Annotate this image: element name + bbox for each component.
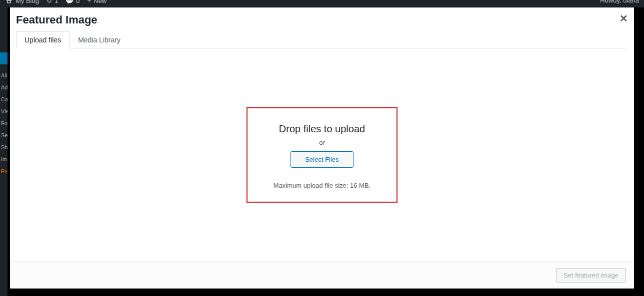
site-title-text: My Blog <box>16 0 39 4</box>
tab-upload-files[interactable]: Upload files <box>16 31 70 48</box>
max-upload-size-text: Maximum upload file size: 16 MB. <box>272 182 372 189</box>
modal-header: Featured Image ✕ Upload files Media Libr… <box>10 7 634 48</box>
set-featured-image-button[interactable]: Set featured image <box>556 268 626 283</box>
sidebar-item[interactable]: Ca <box>0 93 8 105</box>
home-icon <box>5 0 13 4</box>
drop-files-text: Drop files to upload <box>272 123 372 135</box>
upload-drop-zone[interactable]: Drop files to upload or Select Files Max… <box>246 107 398 203</box>
updates-link[interactable]: ↻ 1 <box>46 0 58 4</box>
or-text: or <box>272 139 372 146</box>
sidebar-item[interactable]: Ad <box>0 81 8 93</box>
close-button[interactable]: ✕ <box>620 12 628 24</box>
site-link[interactable]: My Blog <box>5 0 39 4</box>
sidebar-item-ext[interactable]: Ext <box>0 165 8 177</box>
admin-bar-left: My Blog ↻ 1 💬 0 + New <box>5 0 106 4</box>
update-count: 1 <box>54 0 58 4</box>
tab-media-library[interactable]: Media Library <box>70 31 129 48</box>
sidebar-item[interactable]: Fo <box>0 117 8 129</box>
modal-footer: Set featured image <box>10 262 634 289</box>
sidebar-icon-highlighted[interactable] <box>0 52 8 64</box>
greeting-text: Howdy, diana <box>600 0 639 4</box>
close-icon: ✕ <box>620 13 628 24</box>
plus-icon: + <box>87 0 91 4</box>
comments-link[interactable]: 💬 0 <box>66 0 80 4</box>
select-files-button[interactable]: Select Files <box>290 151 353 168</box>
comment-icon: 💬 <box>66 0 74 4</box>
sidebar-item[interactable]: Im <box>0 153 8 165</box>
sidebar-item[interactable]: Sh <box>0 141 8 153</box>
sidebar-item[interactable]: Se <box>0 129 8 141</box>
user-greeting[interactable]: Howdy, diana <box>600 0 639 4</box>
admin-bar: My Blog ↻ 1 💬 0 + New Howdy, diana <box>0 0 644 7</box>
modal-body: Drop files to upload or Select Files Max… <box>10 48 634 262</box>
refresh-icon: ↻ <box>46 0 52 4</box>
admin-sidebar: All Ad Ca Vie Fo Se Sh Im Ext <box>0 7 8 296</box>
featured-image-modal: Featured Image ✕ Upload files Media Libr… <box>10 7 634 289</box>
modal-tabs: Upload files Media Library <box>16 31 626 48</box>
modal-title: Featured Image <box>16 13 626 26</box>
comment-count: 0 <box>76 0 80 4</box>
new-link[interactable]: + New <box>87 0 106 4</box>
sidebar-item[interactable]: Vie <box>0 105 8 117</box>
sidebar-item[interactable]: All <box>0 69 8 81</box>
new-label: New <box>94 0 106 4</box>
